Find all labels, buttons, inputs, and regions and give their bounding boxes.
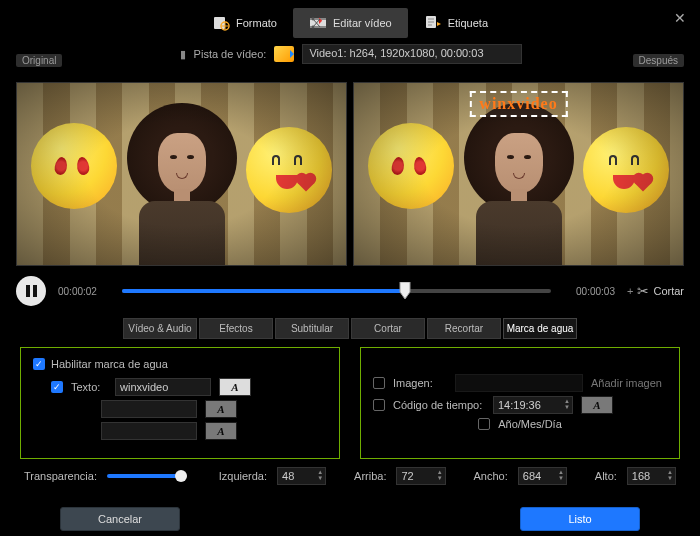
left-input[interactable]: 48▲▼: [277, 467, 326, 485]
time-total: 00:00:03: [563, 286, 615, 297]
edit-video-icon: [309, 14, 327, 32]
watermark-overlay[interactable]: winxvideo: [469, 91, 567, 117]
position-row: Transparencia: Izquierda: 48▲▼ Arriba: 7…: [0, 459, 700, 493]
checkbox-timecode[interactable]: [373, 399, 385, 411]
track-delete-icon[interactable]: ▮: [180, 48, 186, 61]
watermark-text: winxvideo: [479, 95, 557, 112]
left-label: Izquierda:: [219, 470, 267, 482]
image-path-input[interactable]: [455, 374, 583, 392]
timecode-value: 14:19:36: [498, 399, 541, 411]
preview-label-original: Original: [16, 54, 62, 67]
main-tabs: Formato Editar vídeo Etiqueta: [0, 0, 700, 42]
tab-crop[interactable]: Recortar: [427, 318, 501, 339]
preview-area: winxvideo: [0, 82, 700, 266]
height-value: 168: [632, 470, 650, 482]
format-icon: [212, 14, 230, 32]
tag-icon: [424, 14, 442, 32]
spinner-icon[interactable]: ▲▼: [317, 469, 323, 481]
top-label: Arriba:: [354, 470, 386, 482]
watermark-panels: ✓ Habilitar marca de agua ✓ Texto: A A A…: [0, 347, 700, 459]
font-button-2[interactable]: A: [205, 400, 237, 418]
track-select-value: Video1: h264, 1920x1080, 00:00:03: [309, 47, 483, 59]
tab-edit-video[interactable]: Editar vídeo: [293, 8, 408, 38]
video-track-row: ▮ Pista de vídeo: Video1: h264, 1920x108…: [0, 42, 700, 68]
track-select[interactable]: Video1: h264, 1920x1080, 00:00:03: [302, 44, 522, 64]
tab-effects[interactable]: Efectos: [199, 318, 273, 339]
tab-watermark[interactable]: Marca de agua: [503, 318, 577, 339]
transparency-slider[interactable]: [107, 469, 187, 483]
pause-icon: [26, 285, 37, 297]
checkbox-text-wm[interactable]: ✓: [51, 381, 63, 393]
slider-thumb-icon[interactable]: [175, 470, 187, 482]
tab-format[interactable]: Formato: [196, 8, 293, 38]
image-hint[interactable]: Añadir imagen: [591, 377, 662, 389]
top-value: 72: [401, 470, 413, 482]
tab-edit-label: Editar vídeo: [333, 17, 392, 29]
edit-tabs: Vídeo & Audio Efectos Subtitular Cortar …: [0, 312, 700, 347]
height-input[interactable]: 168▲▼: [627, 467, 676, 485]
footer: Cancelar Listo: [0, 493, 700, 531]
font-button-1[interactable]: A: [219, 378, 251, 396]
top-input[interactable]: 72▲▼: [396, 467, 445, 485]
checkbox-enable-wm[interactable]: ✓: [33, 358, 45, 370]
checkbox-image-wm[interactable]: [373, 377, 385, 389]
seek-thumb-icon[interactable]: [398, 282, 412, 300]
plus-icon: +: [627, 285, 633, 297]
tab-cut[interactable]: Cortar: [351, 318, 425, 339]
font-button-3[interactable]: A: [205, 422, 237, 440]
timecode-input[interactable]: 14:19:36▲▼: [493, 396, 573, 414]
seek-slider[interactable]: [122, 281, 551, 301]
checkbox-ymd[interactable]: [478, 418, 490, 430]
playback-bar: 00:00:02 00:00:03 + ✂ Cortar: [0, 266, 700, 312]
tab-subtitle[interactable]: Subtitular: [275, 318, 349, 339]
ymd-label: Año/Mes/Día: [498, 418, 562, 430]
spinner-icon[interactable]: ▲▼: [667, 469, 673, 481]
spinner-icon[interactable]: ▲▼: [437, 469, 443, 481]
pause-button[interactable]: [16, 276, 46, 306]
transparency-label: Transparencia:: [24, 470, 97, 482]
cut-button[interactable]: + ✂ Cortar: [627, 283, 684, 299]
tab-video-audio[interactable]: Vídeo & Audio: [123, 318, 197, 339]
timecode-label: Código de tiempo:: [393, 399, 485, 411]
image-wm-label: Imagen:: [393, 377, 447, 389]
close-icon[interactable]: ✕: [674, 10, 686, 26]
text-wm-label: Texto:: [71, 381, 107, 393]
track-thumb-icon: [274, 46, 294, 62]
width-value: 684: [523, 470, 541, 482]
preview-original: [16, 82, 347, 266]
text-wm-input-3[interactable]: [101, 422, 197, 440]
width-input[interactable]: 684▲▼: [518, 467, 567, 485]
panel-text-wm: ✓ Habilitar marca de agua ✓ Texto: A A A: [20, 347, 340, 459]
text-wm-input-2[interactable]: [101, 400, 197, 418]
cancel-button[interactable]: Cancelar: [60, 507, 180, 531]
preview-label-after: Después: [633, 54, 684, 67]
text-wm-input[interactable]: [115, 378, 211, 396]
tab-format-label: Formato: [236, 17, 277, 29]
preview-after: winxvideo: [353, 82, 684, 266]
tab-tag[interactable]: Etiqueta: [408, 8, 504, 38]
done-button[interactable]: Listo: [520, 507, 640, 531]
font-button-timecode[interactable]: A: [581, 396, 613, 414]
track-label: Pista de vídeo:: [194, 48, 267, 60]
cut-label: Cortar: [653, 285, 684, 297]
scissors-icon: ✂: [637, 283, 649, 299]
width-label: Ancho:: [474, 470, 508, 482]
time-current: 00:00:02: [58, 286, 110, 297]
height-label: Alto:: [595, 470, 617, 482]
panel-image-timecode: Imagen: Añadir imagen Código de tiempo: …: [360, 347, 680, 459]
enable-wm-label: Habilitar marca de agua: [51, 358, 168, 370]
spinner-icon[interactable]: ▲▼: [564, 398, 570, 410]
left-value: 48: [282, 470, 294, 482]
tab-tag-label: Etiqueta: [448, 17, 488, 29]
spinner-icon[interactable]: ▲▼: [558, 469, 564, 481]
